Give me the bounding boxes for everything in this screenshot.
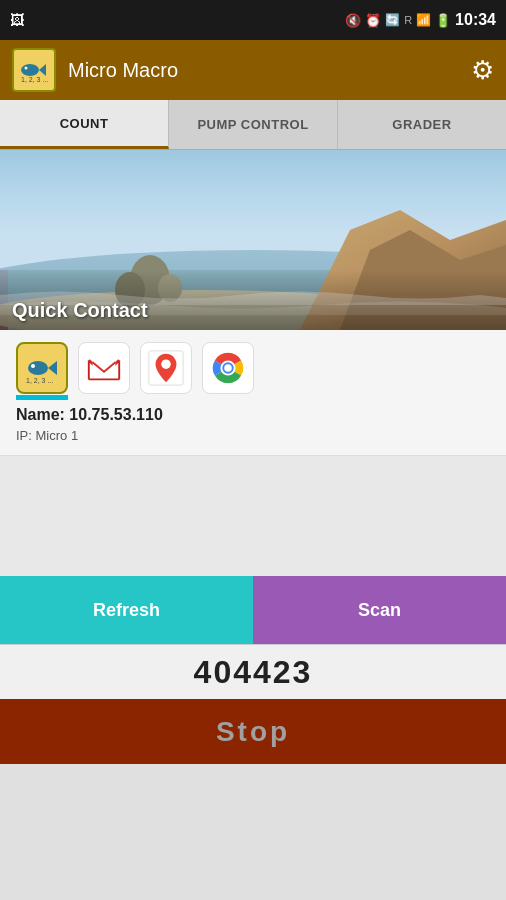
sync-icon: 🔄 <box>385 13 400 27</box>
header-left: 1, 2, 3 ... Micro Macro <box>12 48 178 92</box>
svg-point-17 <box>31 364 35 368</box>
main-content: Quick Contact 1, 2, 3 ... <box>0 150 506 764</box>
settings-icon[interactable]: ⚙ <box>471 55 494 86</box>
tab-grader[interactable]: GRADER <box>338 100 506 149</box>
svg-point-15 <box>28 361 48 375</box>
clock: 10:34 <box>455 11 496 29</box>
refresh-button[interactable]: Refresh <box>0 576 253 644</box>
app-header: 1, 2, 3 ... Micro Macro ⚙ <box>0 40 506 100</box>
svg-point-26 <box>161 359 171 369</box>
micro-macro-icon: 1, 2, 3 ... <box>16 342 68 394</box>
hero-image: Quick Contact <box>0 150 506 330</box>
app-icon-maps[interactable] <box>140 342 192 394</box>
screenshot-icon: 🖼 <box>10 12 24 28</box>
app-icon-gmail[interactable] <box>78 342 130 394</box>
svg-point-1 <box>21 64 39 76</box>
battery-icon: 🔋 <box>435 13 451 28</box>
quick-contact-apps: 1, 2, 3 ... <box>16 342 490 394</box>
app-title: Micro Macro <box>68 59 178 82</box>
quick-contact-panel: 1, 2, 3 ... <box>0 330 506 456</box>
stop-label: Stop <box>216 716 290 748</box>
status-right-icons: 🔇 ⏰ 🔄 R 📶 🔋 10:34 <box>345 11 496 29</box>
svg-point-3 <box>25 67 28 70</box>
tab-count[interactable]: COUNT <box>0 100 169 149</box>
device-ip: IP: Micro 1 <box>16 428 490 443</box>
svg-point-32 <box>224 364 232 372</box>
signal-icon: R <box>404 14 412 26</box>
hero-title: Quick Contact <box>12 299 148 322</box>
action-buttons: Refresh Scan <box>0 576 506 644</box>
empty-area <box>0 456 506 576</box>
hero-overlay: Quick Contact <box>0 270 506 330</box>
svg-text:1, 2, 3 ...: 1, 2, 3 ... <box>21 76 48 83</box>
app-icon-chrome[interactable] <box>202 342 254 394</box>
device-name: Name: 10.75.53.110 <box>16 406 490 424</box>
alarm-icon: ⏰ <box>365 13 381 28</box>
svg-text:1, 2, 3 ...: 1, 2, 3 ... <box>26 377 53 384</box>
stop-bar[interactable]: Stop <box>0 699 506 764</box>
mute-icon: 🔇 <box>345 13 361 28</box>
counter-value: 404423 <box>194 654 313 691</box>
tab-bar: COUNT PUMP CONTROL GRADER <box>0 100 506 150</box>
status-left-icons: 🖼 <box>10 12 24 28</box>
counter-area: 404423 <box>0 644 506 699</box>
app-icon-micro-macro[interactable]: 1, 2, 3 ... <box>16 342 68 394</box>
status-bar: 🖼 🔇 ⏰ 🔄 R 📶 🔋 10:34 <box>0 0 506 40</box>
scan-button[interactable]: Scan <box>253 576 506 644</box>
wifi-icon: 📶 <box>416 13 431 27</box>
tab-pump-control[interactable]: PUMP CONTROL <box>169 100 338 149</box>
app-logo: 1, 2, 3 ... <box>12 48 56 92</box>
